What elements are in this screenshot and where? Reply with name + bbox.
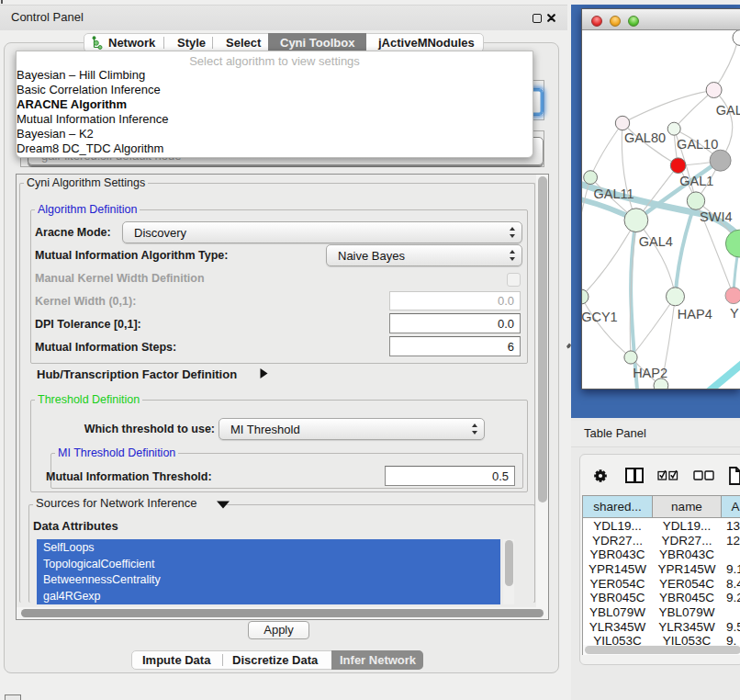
- svg-text:SWI4: SWI4: [700, 209, 732, 224]
- svg-text:HAP4: HAP4: [678, 307, 712, 322]
- svg-text:GAL10: GAL10: [677, 137, 718, 152]
- svg-text:GAL80: GAL80: [624, 130, 666, 145]
- svg-text:Y: Y: [730, 306, 739, 321]
- svg-text:GAL11: GAL11: [593, 186, 633, 201]
- svg-text:HAP2: HAP2: [633, 366, 667, 380]
- svg-text:GAL2: GAL2: [716, 103, 740, 118]
- svg-text:GAL1: GAL1: [679, 174, 713, 188]
- svg-text:GAL4: GAL4: [639, 234, 673, 249]
- svg-text:GCY1: GCY1: [582, 310, 618, 324]
